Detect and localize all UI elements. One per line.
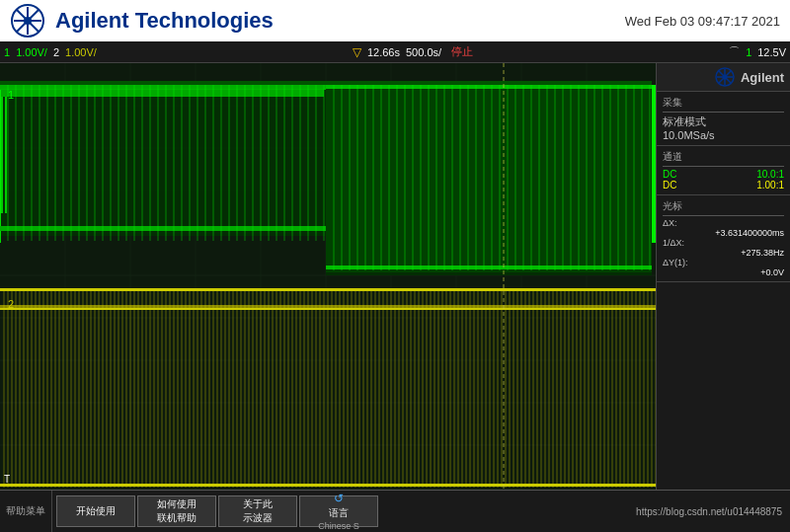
how-to-use-button[interactable]: 如何使用 联机帮助 [137,495,216,527]
acquisition-mode: 标准模式 [663,114,706,129]
svg-rect-326 [0,484,656,487]
cursor-dx-value: +3.631400000ms [715,228,784,238]
acquisition-rate: 10.0MSa/s [663,129,715,141]
rp-agilent-logo-icon [715,67,735,87]
url-display: https://blog.csdn.net/u014448875 [628,491,790,532]
svg-text:2: 2 [8,298,14,310]
cursor-dy-label: ΔY(1): [663,258,688,267]
cursor-invdx-value: +275.38Hz [741,248,784,258]
status-label: 停止 [451,44,473,59]
acquisition-section: 采集 标准模式 10.0MSa/s [657,92,790,146]
cursor-dx-label: ΔX: [663,218,677,228]
app-title: Agilent Technologies [55,8,274,34]
how-to-use-line2: 联机帮助 [157,511,197,525]
cursor-dy-value: +0.0V [760,267,784,277]
ch2-num: 2 [53,46,59,58]
svg-text:1: 1 [8,89,14,101]
channel-section: 通道 DC 10.0:1 DC 1.00:1 [657,146,790,195]
cursor-section: 光标 ΔX: +3.631400000ms 1/ΔX: +275.38Hz ΔY… [657,195,790,282]
about-scope-line1: 关于此 [243,497,273,511]
rp-brand-label: Agilent [741,70,784,85]
waveform-display: 1 2 T [0,63,656,490]
ch1-scale: 1.00V/ [16,46,47,58]
datetime-display: Wed Feb 03 09:47:17 2021 [625,14,780,29]
ch1-num: 1 [4,46,10,58]
time-scale: 500.0s/ [406,46,441,58]
bottom-buttons: 开始使用 如何使用 联机帮助 关于此 示波器 ↺ 语言 Chinese S [52,491,628,532]
main-area: 1 2 T Agilent 采集 标准模式 [0,63,790,490]
acquisition-title: 采集 [663,96,784,113]
language-button[interactable]: ↺ 语言 Chinese S [299,495,378,527]
svg-rect-78 [326,266,652,269]
about-scope-button[interactable]: 关于此 示波器 [218,495,297,527]
trigger-flag-icon: ⌒ [729,44,740,59]
channel-title: 通道 [663,150,784,167]
toolbar: 1 1.00V/ 2 1.00V/ ▽ 12.66s 500.0s/ 停止 ⌒ … [0,41,790,63]
ch2-scale: 1.00V/ [65,46,97,58]
ch1-coupling: DC [663,169,676,180]
ch1-probe: 10.0:1 [756,169,784,180]
svg-rect-120 [652,85,656,243]
how-to-use-line1: 如何使用 [157,497,197,511]
svg-rect-32 [0,85,1,243]
ch2-coupling: DC [663,180,676,190]
svg-rect-34 [0,226,326,231]
language-value: Chinese S [318,521,359,531]
svg-point-5 [24,17,32,25]
svg-rect-76 [326,85,652,272]
about-scope-line2: 示波器 [243,511,273,525]
scope-screen: 1 2 T [0,63,657,490]
svg-rect-28 [5,85,7,213]
bottom-bar: 帮助菜单 开始使用 如何使用 联机帮助 关于此 示波器 ↺ 语言 Chinese… [0,490,790,532]
svg-rect-325 [0,288,656,291]
svg-text:T: T [4,474,10,485]
header-left: Agilent Technologies [10,3,274,38]
trigger-num: 1 [746,46,751,58]
svg-rect-25 [0,83,326,236]
svg-point-337 [722,75,727,80]
header: Agilent Technologies Wed Feb 03 09:47:17… [0,0,790,41]
right-panel: Agilent 采集 标准模式 10.0MSa/s 通道 DC 10.0:1 D… [657,63,790,490]
start-using-button[interactable]: 开始使用 [56,495,135,527]
ch2-probe: 1.00:1 [756,180,784,190]
cursor-invdx-label: 1/ΔX: [663,238,684,248]
language-icon: ↺ [334,492,344,505]
time-position: 12.66s [367,46,400,58]
agilent-logo-icon [10,3,45,38]
svg-rect-77 [326,85,652,89]
cursor-title: 光标 [663,199,784,216]
rp-header: Agilent [657,63,790,92]
cursor-triangle-icon: ▽ [353,45,361,59]
svg-rect-33 [0,85,326,90]
trigger-value: 12.5V [757,46,786,58]
help-menu-label: 帮助菜单 [6,504,45,518]
language-label: 语言 [329,506,349,520]
